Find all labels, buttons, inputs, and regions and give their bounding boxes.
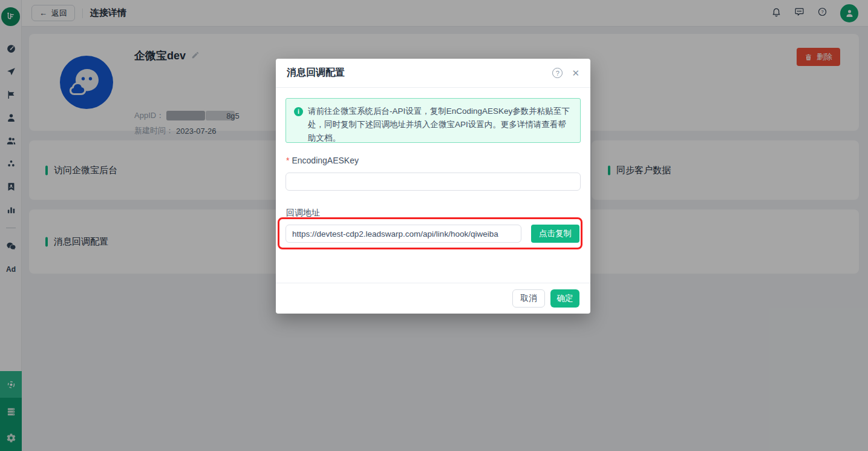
close-icon[interactable]: ✕ [572, 68, 579, 77]
confirm-button[interactable]: 确定 [550, 289, 579, 308]
aeskey-label: *EncodingAESKey [286, 156, 359, 165]
info-alert: i 请前往企微宝系统后台-API设置，复制EnCodingAESKey参数并粘贴… [286, 98, 581, 143]
callback-url-label: 回调地址 [286, 208, 320, 219]
app-window: Ad ← 返回 连接详情 [0, 0, 868, 451]
copy-button[interactable]: 点击复制 [531, 225, 579, 243]
alert-text: 请前往企微宝系统后台-API设置，复制EnCodingAESKey参数并粘贴至下… [308, 107, 570, 142]
aeskey-input[interactable] [286, 173, 581, 191]
info-icon: i [294, 107, 303, 116]
callback-url-input[interactable] [286, 225, 521, 243]
cancel-button[interactable]: 取消 [512, 289, 545, 308]
required-asterisk: * [286, 156, 289, 165]
dialog-title: 消息回调配置 [287, 67, 345, 79]
callback-config-dialog: 消息回调配置 ? ✕ i 请前往企微宝系统后台-API设置，复制EnCoding… [276, 59, 590, 314]
dialog-header: 消息回调配置 ? ✕ [276, 59, 590, 88]
dialog-help-icon[interactable]: ? [552, 68, 563, 78]
dialog-footer: 取消 确定 [276, 283, 590, 314]
